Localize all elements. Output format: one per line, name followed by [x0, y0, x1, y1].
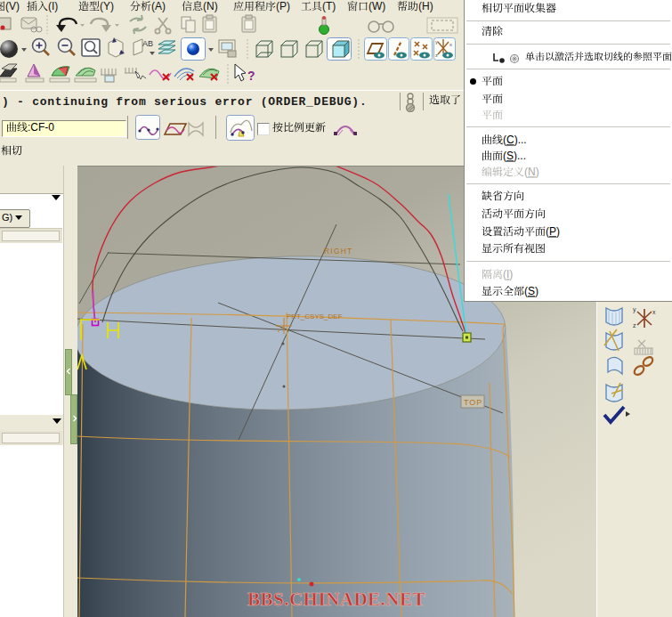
svg-text:z: z — [633, 322, 636, 329]
svg-text:(P): (P) — [546, 226, 560, 238]
svg-text:z: z — [435, 53, 438, 58]
svg-text:G): G) — [2, 212, 12, 223]
svg-text:(C)...: (C)... — [503, 134, 527, 146]
svg-text:PRT_CSYS_DEF: PRT_CSYS_DEF — [287, 313, 343, 321]
svg-text:(N): (N) — [524, 166, 539, 178]
svg-text:y: y — [435, 39, 438, 45]
svg-text:x: x — [449, 42, 452, 47]
svg-text:x: x — [652, 309, 656, 315]
svg-text:AB: AB — [142, 39, 153, 48]
svg-text:y: y — [633, 306, 636, 313]
svg-text:RIGHT: RIGHT — [324, 247, 352, 256]
svg-text:?: ? — [247, 69, 255, 83]
svg-text:(S)...: (S)... — [503, 150, 526, 162]
svg-text:(S): (S) — [524, 286, 538, 297]
svg-text:(I): (I) — [503, 269, 513, 280]
svg-text:TOP: TOP — [464, 398, 482, 407]
svg-text:BBS.CHINADE.NET: BBS.CHINADE.NET — [247, 589, 425, 610]
svg-text::CF-0: :CF-0 — [28, 122, 54, 134]
